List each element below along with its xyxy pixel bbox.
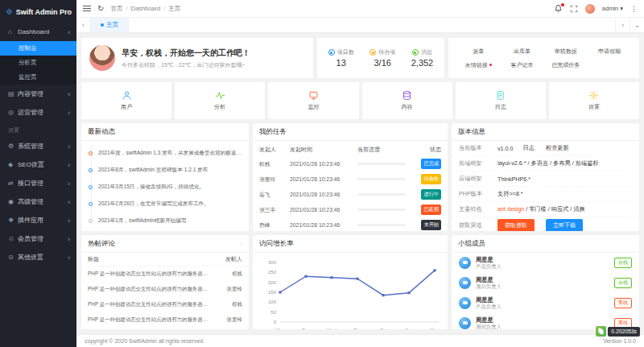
- tab-scroll-right-icon[interactable]: ›: [615, 18, 630, 32]
- more-icon[interactable]: ◦: [240, 241, 242, 248]
- svg-text:Tue: Tue: [302, 328, 311, 329]
- news-timeline: 2021年度，swiftAdmin 1.3 发布，并发展成最受欢迎的极速开发框架…: [81, 141, 249, 229]
- chevron-down-icon: ∨: [68, 109, 71, 115]
- user-menu[interactable]: admin▾: [602, 5, 623, 12]
- news-item: 2021年3月15日，接收反馈BUG，持续优化。: [81, 179, 249, 196]
- tab-options-icon[interactable]: ⌄: [630, 18, 644, 32]
- todo-icon: [369, 49, 376, 56]
- sidebar-item-dashboard[interactable]: ⌂ Dashboard ∧: [0, 23, 76, 41]
- sidebar-item-plugins[interactable]: ❖ 插件应用 ∨: [0, 211, 76, 229]
- user-avatar[interactable]: [585, 4, 595, 14]
- tab-scroll-left-icon[interactable]: ‹: [76, 18, 91, 32]
- version-text: Version 1.0.0: [603, 338, 636, 344]
- target-icon: ◎: [8, 109, 18, 116]
- notification-bell-icon[interactable]: [554, 4, 563, 13]
- status-badge: 待验收: [421, 174, 441, 184]
- shortcut-settings[interactable]: 设置: [549, 82, 639, 119]
- chevron-down-icon: ∨: [68, 236, 71, 242]
- main-area: ↻ 首页 / Dashboard / 主页 admin▾: [76, 0, 644, 347]
- comments-header-row: 标题发帖人: [81, 253, 249, 266]
- grid-icon: ▤: [8, 90, 18, 97]
- sidebar-item-advanced-mgmt[interactable]: ◉ 高级管理 ∨: [0, 192, 76, 211]
- advanced-icon: ◉: [8, 198, 18, 205]
- stat-projects: 项目数 13: [328, 48, 354, 68]
- chevron-down-icon: ∨: [68, 217, 71, 223]
- sidebar-item-operation-mgmt[interactable]: ◎ 运营管理 ∨: [0, 103, 76, 122]
- latest-news-card: 最新动态 2021年度，swiftAdmin 1.3 发布，并发展成最受欢迎的极…: [81, 123, 249, 231]
- quick-link-leave[interactable]: 申请假期: [588, 48, 631, 56]
- app-title: Swift Admin Pro: [16, 8, 72, 16]
- sidebar-item-console[interactable]: 控制台: [0, 41, 76, 56]
- breadcrumb-home[interactable]: 首页: [110, 5, 122, 13]
- member-avatar: [459, 277, 471, 289]
- svg-text:0: 0: [274, 320, 277, 324]
- version-row-channel: 获取渠道 获取授权 立即下载: [452, 217, 639, 231]
- topbar: ↻ 首页 / Dashboard / 主页 admin▾: [76, 0, 644, 18]
- status-badge: 已延期: [421, 204, 441, 215]
- version-row-php: PHP版本支持>=8.*: [452, 187, 639, 202]
- chevron-down-icon: ∨: [68, 143, 71, 149]
- chevron-up-icon: ∧: [68, 29, 71, 35]
- sidebar-item-api-mgmt[interactable]: ⇌ 接口管理 ∨: [0, 174, 76, 192]
- sidebar-item-system-mgmt[interactable]: ⚙ 系统管理 ∨: [0, 137, 76, 155]
- stat-messages: 消息 2,352: [411, 48, 434, 68]
- chevron-down-icon: ∨: [68, 180, 71, 186]
- svg-text:Sat: Sat: [405, 328, 412, 329]
- version-info-card: 版本信息 当前版本 v1.0.0 日志 检查更新 前端框架layui-v2.6.…: [452, 123, 639, 231]
- sidebar-menu: ⌂ Dashboard ∧ 控制台 分析页 监控页 ▤ 内容管理 ∨ ◎ 运营管…: [0, 23, 76, 347]
- progress-bar: [357, 178, 406, 180]
- stat-todos: 待办项 3/16: [369, 48, 395, 68]
- news-item: 2021年1月，swiftAdmin框架开始编写: [81, 213, 249, 229]
- stat-projects-value: 13: [336, 58, 346, 68]
- shortcut-users[interactable]: 用户: [81, 82, 171, 119]
- shortcut-content[interactable]: 内容: [362, 82, 452, 119]
- news-card-title: 最新动态: [81, 123, 249, 141]
- gear-icon: [588, 90, 599, 101]
- quick-link-dispatch[interactable]: 派单: [456, 48, 500, 56]
- quick-link-customer-records[interactable]: 客户记录: [500, 61, 543, 69]
- notification-badge: [561, 3, 564, 6]
- check-update-link[interactable]: 检查更新: [546, 144, 569, 152]
- progress-bar: [357, 193, 406, 196]
- shortcut-monitor[interactable]: 监控: [268, 82, 358, 119]
- more-menu-icon[interactable]: ⋮: [630, 5, 638, 13]
- get-license-button[interactable]: 获取授权: [497, 219, 535, 232]
- quick-link-completed-tasks[interactable]: 已完成任务: [544, 61, 588, 69]
- timeline-dot-icon: [89, 185, 93, 189]
- timeline-dot-icon: [89, 202, 93, 206]
- logo-diamond-icon: [6, 6, 13, 18]
- progress-bar: [357, 209, 406, 211]
- quick-link-audit[interactable]: 审核数据: [544, 48, 588, 56]
- sidebar-item-other-settings[interactable]: ⊙ 其他设置 ∨: [0, 248, 76, 266]
- message-icon: [412, 49, 419, 56]
- sidebar-item-content-mgmt[interactable]: ▤ 内容管理 ∨: [0, 85, 76, 103]
- shortcut-logs[interactable]: 日志: [456, 82, 546, 119]
- sidebar-item-monitor[interactable]: 监控页: [0, 70, 76, 85]
- app-logo[interactable]: Swift Admin Pro: [0, 0, 76, 23]
- seo-icon: ◈: [8, 161, 18, 168]
- tab-home[interactable]: 主页: [91, 18, 129, 32]
- changelog-link[interactable]: 日志: [523, 144, 535, 152]
- performance-widget[interactable]: 0.202053s: [596, 326, 640, 337]
- table-row: PHP 是一种创建动态交互性站点的强有力的服务器端脚本语言权栈: [81, 266, 249, 282]
- sidebar-item-member-mgmt[interactable]: ☺ 会员管理 ∨: [0, 229, 76, 248]
- quick-link-outbound[interactable]: 出库单: [500, 48, 543, 56]
- fullscreen-icon[interactable]: [570, 2, 578, 16]
- sidebar-item-analysis[interactable]: 分析页: [0, 56, 76, 70]
- copyright-text: copyright © 2020 SwiftAdmin all rights r…: [85, 338, 204, 344]
- notification-dot: [489, 64, 492, 66]
- shortcut-analysis[interactable]: 分析: [175, 82, 265, 119]
- table-row: 张三丰2021/01/28 10:23:46 已延期: [253, 202, 448, 217]
- line-chart: 050100150200250300MonTueWedThuFriSatSun: [258, 254, 443, 329]
- welcome-title: 早安，权栈，开始您一天的工作吧！: [122, 48, 250, 59]
- collapse-sidebar-icon[interactable]: [83, 6, 91, 11]
- svg-text:Fri: Fri: [381, 328, 386, 329]
- download-button[interactable]: 立即下载: [546, 219, 583, 232]
- online-status-badge: 离线: [614, 298, 632, 308]
- breadcrumb-dashboard[interactable]: Dashboard: [130, 5, 160, 12]
- sidebar-item-seo[interactable]: ◈ SEO设置 ∨: [0, 155, 76, 174]
- user-icon: ☺: [8, 235, 18, 242]
- quick-link-friend-links[interactable]: 友情链接: [456, 61, 500, 69]
- table-row: PHP 是一种创建动态交互性站点的强有力的服务器端脚本语言张爱玲: [81, 312, 249, 328]
- refresh-icon[interactable]: ↻: [97, 4, 104, 13]
